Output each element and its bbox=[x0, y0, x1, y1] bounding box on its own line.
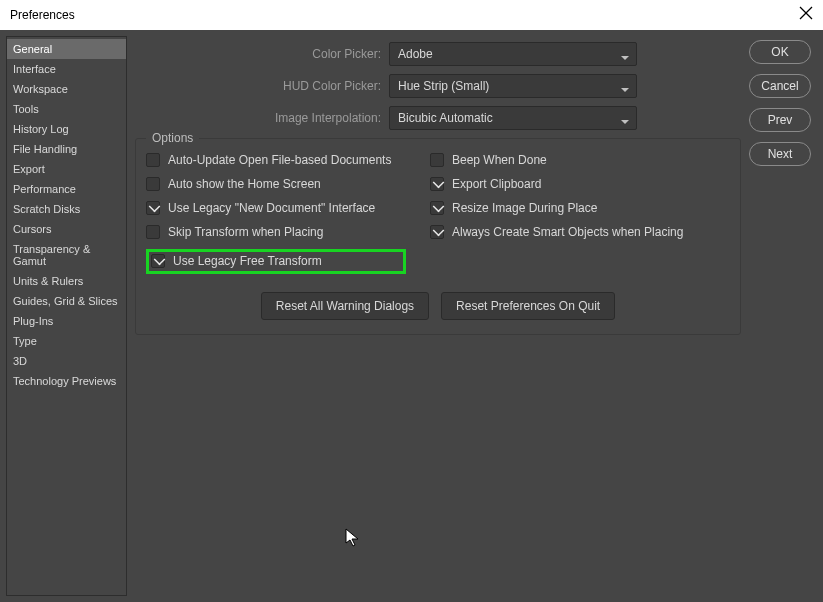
interpolation-label: Image Interpolation: bbox=[127, 111, 389, 125]
options-legend: Options bbox=[146, 131, 199, 145]
checkbox-export-clipboard[interactable]: Export Clipboard bbox=[430, 177, 730, 191]
checkbox-label: Resize Image During Place bbox=[452, 201, 597, 215]
cancel-button[interactable]: Cancel bbox=[749, 74, 811, 98]
checkbox-label: Use Legacy "New Document" Interface bbox=[168, 201, 375, 215]
sidebar-item-workspace[interactable]: Workspace bbox=[7, 79, 126, 99]
checkbox-checked-icon bbox=[151, 254, 165, 268]
preferences-sidebar: GeneralInterfaceWorkspaceToolsHistory Lo… bbox=[6, 36, 127, 596]
checkbox-skip-transform-when-placing[interactable]: Skip Transform when Placing bbox=[146, 225, 406, 239]
sidebar-item-cursors[interactable]: Cursors bbox=[7, 219, 126, 239]
checkbox-label: Skip Transform when Placing bbox=[168, 225, 323, 239]
sidebar-item-file-handling[interactable]: File Handling bbox=[7, 139, 126, 159]
options-group: Options Auto-Update Open File-based Docu… bbox=[135, 138, 741, 335]
chevron-down-icon bbox=[620, 51, 630, 65]
checkbox-auto-update-open-file-based-documents[interactable]: Auto-Update Open File-based Documents bbox=[146, 153, 406, 167]
hud-picker-value: Hue Strip (Small) bbox=[398, 79, 489, 93]
checkbox-empty-icon bbox=[146, 153, 160, 167]
checkbox-always-create-smart-objects-when-placing[interactable]: Always Create Smart Objects when Placing bbox=[430, 225, 730, 239]
interpolation-value: Bicubic Automatic bbox=[398, 111, 493, 125]
sidebar-item-interface[interactable]: Interface bbox=[7, 59, 126, 79]
dialog-buttons: OK Cancel Prev Next bbox=[749, 30, 823, 602]
reset-prefs-button[interactable]: Reset Preferences On Quit bbox=[441, 292, 615, 320]
checkbox-use-legacy-new-document-interface[interactable]: Use Legacy "New Document" Interface bbox=[146, 201, 406, 215]
sidebar-item-performance[interactable]: Performance bbox=[7, 179, 126, 199]
sidebar-item-tools[interactable]: Tools bbox=[7, 99, 126, 119]
checkbox-empty-icon bbox=[146, 225, 160, 239]
sidebar-item-general[interactable]: General bbox=[7, 39, 126, 59]
dialog-body: GeneralInterfaceWorkspaceToolsHistory Lo… bbox=[0, 30, 823, 602]
checkbox-resize-image-during-place[interactable]: Resize Image During Place bbox=[430, 201, 730, 215]
checkbox-use-legacy-free-transform[interactable]: Use Legacy Free Transform bbox=[151, 254, 322, 268]
color-picker-row: Color Picker: Adobe bbox=[127, 42, 749, 66]
checkbox-empty-icon bbox=[430, 153, 444, 167]
color-picker-value: Adobe bbox=[398, 47, 433, 61]
next-button[interactable]: Next bbox=[749, 142, 811, 166]
sidebar-item-3d[interactable]: 3D bbox=[7, 351, 126, 371]
sidebar-item-plug-ins[interactable]: Plug-Ins bbox=[7, 311, 126, 331]
sidebar-item-type[interactable]: Type bbox=[7, 331, 126, 351]
sidebar-item-units-rulers[interactable]: Units & Rulers bbox=[7, 271, 126, 291]
checkbox-label: Auto show the Home Screen bbox=[168, 177, 321, 191]
checkbox-empty-icon bbox=[146, 177, 160, 191]
preferences-window: Preferences GeneralInterfaceWorkspaceToo… bbox=[0, 0, 823, 602]
checkbox-label: Use Legacy Free Transform bbox=[173, 254, 322, 268]
titlebar: Preferences bbox=[0, 0, 823, 30]
color-picker-label: Color Picker: bbox=[127, 47, 389, 61]
preferences-main: Color Picker: Adobe HUD Color Picker: Hu… bbox=[127, 30, 749, 602]
checkbox-beep-when-done[interactable]: Beep When Done bbox=[430, 153, 730, 167]
prev-button[interactable]: Prev bbox=[749, 108, 811, 132]
checkbox-checked-icon bbox=[430, 177, 444, 191]
checkbox-label: Always Create Smart Objects when Placing bbox=[452, 225, 683, 239]
checkbox-label: Beep When Done bbox=[452, 153, 547, 167]
checkbox-label: Auto-Update Open File-based Documents bbox=[168, 153, 391, 167]
sidebar-item-technology-previews[interactable]: Technology Previews bbox=[7, 371, 126, 391]
checkbox-checked-icon bbox=[430, 225, 444, 239]
checkbox-checked-icon bbox=[430, 201, 444, 215]
close-icon[interactable] bbox=[799, 6, 813, 24]
color-picker-dropdown[interactable]: Adobe bbox=[389, 42, 637, 66]
cursor-icon bbox=[345, 528, 361, 552]
reset-warnings-button[interactable]: Reset All Warning Dialogs bbox=[261, 292, 429, 320]
options-button-row: Reset All Warning Dialogs Reset Preferen… bbox=[146, 292, 730, 320]
hud-picker-row: HUD Color Picker: Hue Strip (Small) bbox=[127, 74, 749, 98]
ok-button[interactable]: OK bbox=[749, 40, 811, 64]
checkbox-label: Export Clipboard bbox=[452, 177, 541, 191]
sidebar-item-scratch-disks[interactable]: Scratch Disks bbox=[7, 199, 126, 219]
checkbox-checked-icon bbox=[146, 201, 160, 215]
sidebar-item-guides-grid-slices[interactable]: Guides, Grid & Slices bbox=[7, 291, 126, 311]
chevron-down-icon bbox=[620, 83, 630, 97]
sidebar-item-history-log[interactable]: History Log bbox=[7, 119, 126, 139]
interpolation-dropdown[interactable]: Bicubic Automatic bbox=[389, 106, 637, 130]
window-title: Preferences bbox=[10, 8, 75, 22]
hud-picker-dropdown[interactable]: Hue Strip (Small) bbox=[389, 74, 637, 98]
interpolation-row: Image Interpolation: Bicubic Automatic bbox=[127, 106, 749, 130]
highlighted-option: Use Legacy Free Transform bbox=[146, 249, 406, 274]
hud-picker-label: HUD Color Picker: bbox=[127, 79, 389, 93]
sidebar-item-transparency-gamut[interactable]: Transparency & Gamut bbox=[7, 239, 126, 271]
checkbox-auto-show-the-home-screen[interactable]: Auto show the Home Screen bbox=[146, 177, 406, 191]
chevron-down-icon bbox=[620, 115, 630, 129]
sidebar-item-export[interactable]: Export bbox=[7, 159, 126, 179]
